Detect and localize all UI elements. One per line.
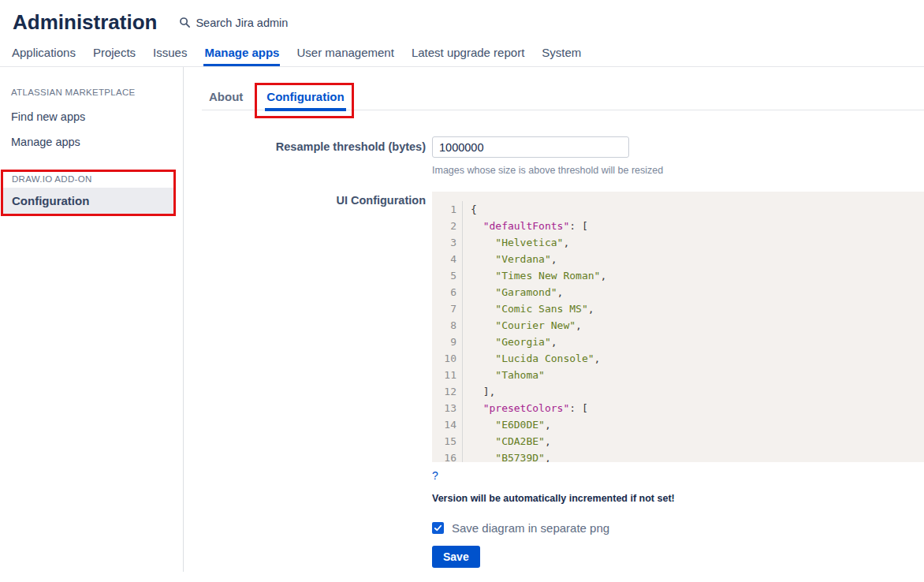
line-number: 7 [432, 300, 456, 317]
line-number: 16 [432, 450, 456, 462]
code-line: "CDA2BE", [471, 433, 606, 450]
nav-item-user-management[interactable]: User management [296, 39, 394, 66]
help-link[interactable]: ? [432, 469, 438, 482]
save-png-row: Save diagram in separate png [432, 521, 924, 535]
sidebar-heading-draw-io-add-on: DRAW.IO ADD-ON [3, 174, 173, 184]
line-number: 9 [432, 334, 456, 350]
code-line: "Courier New", [471, 317, 606, 334]
resample-help-text: Images whose size is above threshold wil… [432, 165, 924, 176]
ui-config-code-editor[interactable]: 12345678910111213141516 { "defaultFonts"… [432, 192, 924, 462]
resample-threshold-input[interactable] [432, 136, 629, 158]
addon-tabs: AboutConfiguration [202, 86, 924, 110]
ui-config-row: UI Configuration 12345678910111213141516… [202, 192, 924, 568]
line-number: 15 [432, 433, 456, 450]
search-jira-admin[interactable]: Search Jira admin [179, 17, 288, 29]
tab-configuration[interactable]: Configuration [266, 86, 345, 110]
admin-nav: ApplicationsProjectsIssuesManage appsUse… [0, 39, 924, 67]
search-label: Search Jira admin [196, 17, 288, 29]
line-number: 14 [432, 416, 456, 433]
line-number: 2 [432, 218, 456, 234]
layout: ATLASSIAN MARKETPLACEFind new appsManage… [0, 67, 924, 572]
line-number: 4 [432, 251, 456, 267]
line-number: 11 [432, 367, 456, 383]
admin-header: Administration Search Jira admin [0, 0, 924, 39]
line-number: 6 [432, 284, 456, 300]
code-line: "B5739D", [471, 450, 606, 462]
sidebar-group-atlassian-marketplace: ATLASSIAN MARKETPLACEFind new appsManage… [0, 88, 183, 154]
line-number: 13 [432, 400, 456, 416]
line-number: 10 [432, 350, 456, 367]
save-button[interactable]: Save [432, 546, 480, 568]
resample-row: Resample threshold (bytes) Images whose … [202, 136, 924, 176]
line-number: 12 [432, 383, 456, 400]
code-line: "Times New Roman", [471, 267, 606, 284]
line-number: 8 [432, 317, 456, 334]
save-png-checkbox[interactable] [432, 522, 444, 534]
code-line: "Comic Sans MS", [471, 300, 606, 317]
save-png-label: Save diagram in separate png [452, 521, 609, 535]
nav-item-issues[interactable]: Issues [152, 39, 188, 66]
editor-code: { "defaultFonts": [ "Helvetica", "Verdan… [463, 201, 606, 462]
sidebar-item-configuration[interactable]: Configuration [3, 188, 173, 214]
code-line: "Tahoma" [471, 367, 606, 383]
line-number: 3 [432, 234, 456, 251]
nav-item-system[interactable]: System [541, 39, 582, 66]
code-line: "Georgia", [471, 334, 606, 350]
sidebar: ATLASSIAN MARKETPLACEFind new appsManage… [0, 67, 184, 572]
nav-item-applications[interactable]: Applications [11, 39, 76, 66]
sidebar-heading-atlassian-marketplace: ATLASSIAN MARKETPLACE [0, 88, 183, 97]
tab-about[interactable]: About [208, 86, 244, 110]
code-line: ], [471, 383, 606, 400]
sidebar-item-find-new-apps[interactable]: Find new apps [0, 105, 183, 129]
code-line: "E6D0DE", [471, 416, 606, 433]
code-line: "Verdana", [471, 251, 606, 267]
nav-item-manage-apps[interactable]: Manage apps [203, 39, 280, 66]
nav-item-projects[interactable]: Projects [92, 39, 136, 66]
main-content: AboutConfiguration Resample threshold (b… [184, 67, 924, 572]
version-note: Version will be automatically incremente… [432, 493, 924, 504]
sidebar-item-manage-apps[interactable]: Manage apps [0, 130, 183, 154]
code-line: "Lucida Console", [471, 350, 606, 367]
code-line: "Garamond", [471, 284, 606, 300]
nav-item-latest-upgrade-report[interactable]: Latest upgrade report [411, 39, 525, 66]
page-title: Administration [13, 10, 157, 35]
search-icon [179, 17, 191, 28]
code-line: { [471, 201, 606, 218]
resample-threshold-label: Resample threshold (bytes) [202, 136, 426, 153]
code-line: "Helvetica", [471, 234, 606, 251]
editor-gutter: 12345678910111213141516 [432, 201, 463, 462]
ui-configuration-label: UI Configuration [202, 192, 426, 207]
code-line: "presetColors": [ [471, 400, 606, 416]
line-number: 5 [432, 267, 456, 284]
sidebar-group-draw-io-add-on: DRAW.IO ADD-ONConfiguration [1, 170, 176, 216]
code-line: "defaultFonts": [ [471, 218, 606, 234]
line-number: 1 [432, 201, 456, 218]
